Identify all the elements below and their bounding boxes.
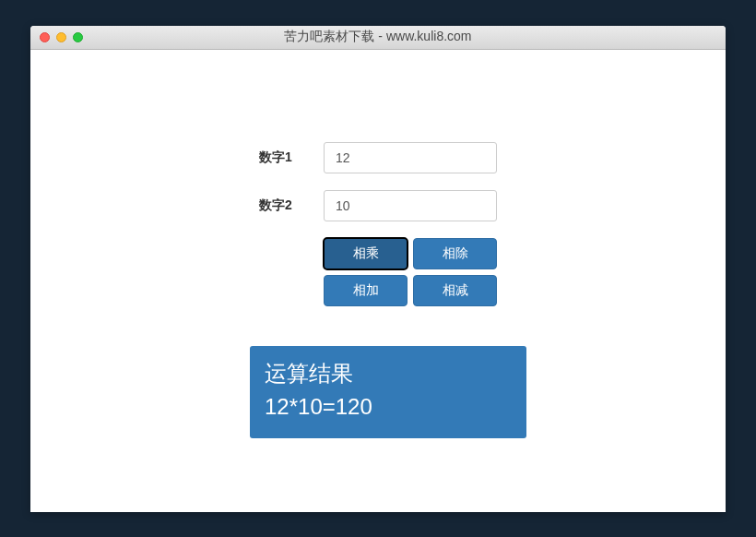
- number1-row: 数字1: [259, 142, 497, 173]
- number1-input[interactable]: [324, 142, 497, 173]
- minimize-icon[interactable]: [56, 32, 66, 42]
- multiply-button[interactable]: 相乘: [324, 238, 408, 269]
- result-title: 运算结果: [265, 357, 512, 390]
- add-button[interactable]: 相加: [324, 275, 408, 306]
- window-controls: [30, 32, 83, 42]
- result-panel: 运算结果 12*10=120: [250, 346, 526, 438]
- button-grid: 相乘 相除 相加 相减: [324, 238, 497, 306]
- number1-label: 数字1: [259, 149, 324, 166]
- button-row: 相乘 相除 相加 相减: [259, 238, 497, 329]
- divide-button[interactable]: 相除: [413, 238, 497, 269]
- titlebar: 苦力吧素材下载 - www.kuli8.com: [30, 26, 726, 50]
- number2-label: 数字2: [259, 197, 324, 214]
- close-icon[interactable]: [40, 32, 50, 42]
- app-window: 苦力吧素材下载 - www.kuli8.com 数字1 数字2 相乘 相除 相加…: [30, 26, 726, 512]
- window-title: 苦力吧素材下载 - www.kuli8.com: [30, 29, 726, 45]
- content-area: 数字1 数字2 相乘 相除 相加 相减 运算结果 12*10=120: [30, 50, 726, 512]
- subtract-button[interactable]: 相减: [413, 275, 497, 306]
- result-value: 12*10=120: [265, 390, 512, 424]
- maximize-icon[interactable]: [73, 32, 83, 42]
- number2-input[interactable]: [324, 190, 497, 221]
- number2-row: 数字2: [259, 190, 497, 221]
